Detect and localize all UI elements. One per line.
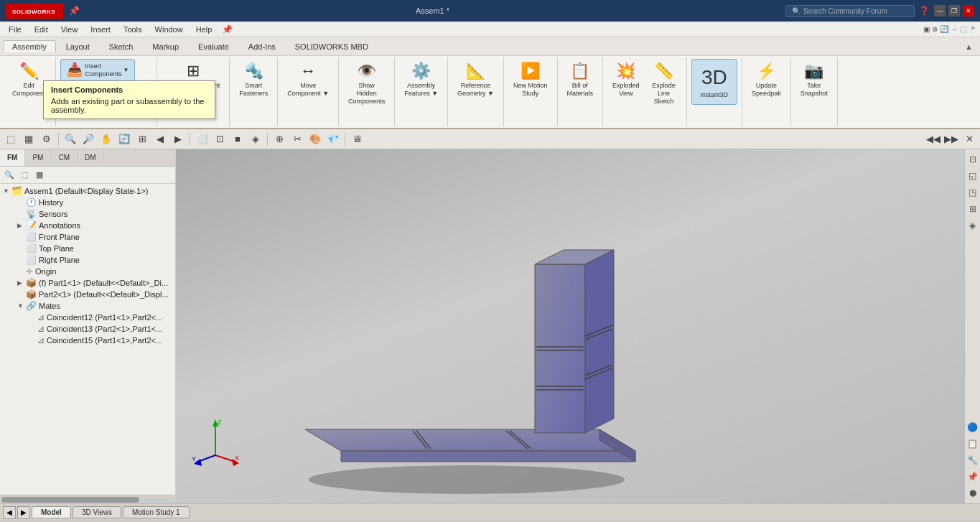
perspective-button[interactable]: ◈ [248,131,263,147]
tree-item-history[interactable]: 🕐 History [0,197,175,208]
color-button[interactable]: 🎨 [307,131,323,147]
tree-item-top-plane[interactable]: ⬜ Top Plane [0,243,175,254]
bill-of-materials-button[interactable]: 📋 Bill ofMaterials [562,59,599,101]
panel-search-button[interactable]: 🔍 [3,169,16,182]
pin-icon[interactable]: 📌 [69,6,80,16]
help-icon[interactable]: ❓ [919,6,930,16]
config-button[interactable]: ⚙ [39,131,55,147]
zoom-button[interactable]: 🔎 [80,131,96,147]
menu-window[interactable]: Window [149,24,189,35]
tree-item-coincident15[interactable]: ⊿ Coincident15 (Part1<1>,Part2<... [0,335,175,346]
collapse-ribbon-btn[interactable]: ▲ [965,42,973,51]
tab-markup[interactable]: Markup [143,40,188,52]
right-strip-btn-5[interactable]: ◈ [966,218,980,233]
tree-item-front-plane[interactable]: ⬜ Front Plane [0,231,175,243]
tab-addins[interactable]: Add-Ins [239,40,285,52]
show-hidden-components-button[interactable]: 👁️ ShowHiddenComponents [343,59,390,108]
tree-scrollbar[interactable] [0,495,175,503]
tree-item-mates[interactable]: ▼ 🔗 Mates [0,300,175,312]
pan-button[interactable]: ✋ [98,131,114,147]
take-snapshot-button[interactable]: 📷 TakeSnapshot [795,59,833,101]
restore-button[interactable]: ❐ [948,5,960,17]
tree-item-origin[interactable]: ✛ Origin [0,266,175,277]
panel-filter-button[interactable]: ⬚ [18,169,31,182]
tab-motion-study-1[interactable]: Motion Study 1 [123,506,190,518]
move-component-button[interactable]: ↔️ MoveComponent ▼ [282,59,334,101]
menu-file[interactable]: File [3,24,27,35]
search-input[interactable]: Search Community Forum [803,7,887,15]
right-strip-btn-2[interactable]: ◱ [966,169,980,183]
tree-item-sensors[interactable]: 📡 Sensors [0,208,175,220]
close-button[interactable]: ✕ [963,5,974,17]
update-speedpak-button[interactable]: ⚡ UpdateSpeedpak [747,59,786,101]
zoom-selection-button[interactable]: ⊞ [134,131,150,147]
hidden-lines-button[interactable]: ⊡ [212,131,228,147]
prev-view-button[interactable]: ◀ [152,131,168,147]
smart-fasteners-button[interactable]: 🔩 SmartFasteners [234,59,273,101]
monitor-button[interactable]: 🖥 [349,131,365,147]
panel-tab-feature-manager[interactable]: FM [0,149,25,166]
menu-insert[interactable]: Insert [85,24,116,35]
right-strip-btn-10[interactable]: ⬢ [966,486,980,500]
tab-solidworks-mbd[interactable]: SOLIDWORKS MBD [286,40,378,52]
tree-item-coincident12[interactable]: ⊿ Coincident12 (Part1<1>,Part2<... [0,312,175,323]
insert-components-button[interactable]: 📥 InsertComponents ▼ [60,59,136,82]
tree-item-part2[interactable]: 📦 Part2<1> (Default<<Default>_Displ... [0,289,175,300]
tree-item-annotations[interactable]: ▶ 📝 Annotations [0,220,175,231]
panel-tab-property[interactable]: PM [25,149,51,166]
feature-tree: ▼ 🗂️ Assem1 (Default<Display State-1>) 🕐… [0,184,175,495]
right-strip-btn-9[interactable]: 📌 [966,470,980,484]
expand-panel-right[interactable]: ▶▶ [943,131,959,147]
right-strip-btn-1[interactable]: ⊡ [966,152,980,167]
explode-line-sketch-button[interactable]: 📏 ExplodeLineSketch [646,59,682,108]
section-view-button[interactable]: ✂ [289,131,305,147]
viewport[interactable]: Z X Y ⊡ ◱ ◳ ⊞ ◈ 🔵 📋 🔧 📌 ⬢ [176,149,980,503]
tree-root[interactable]: ▼ 🗂️ Assem1 (Default<Display State-1>) [0,185,175,197]
tab-sketch[interactable]: Sketch [100,40,143,52]
quick-access-pin[interactable]: 📌 [222,24,233,34]
exploded-view-button[interactable]: 💥 ExplodedView [607,59,645,101]
panel-tab-display[interactable]: DM [78,149,104,166]
ribbon-group-explode: 💥 ExplodedView 📏 ExplodeLineSketch [603,57,687,126]
right-strip-btn-4[interactable]: ⊞ [966,202,980,216]
prev-tab-button[interactable]: ◀ [3,506,16,519]
tab-evaluate[interactable]: Evaluate [189,40,238,52]
reference-geometry-button[interactable]: 📐 ReferenceGeometry ▼ [452,59,499,101]
expand-panel-left[interactable]: ◀◀ [925,131,941,147]
appearance-button[interactable]: 💎 [325,131,341,147]
search-tool-button[interactable]: 🔍 [62,131,78,147]
next-view-button[interactable]: ▶ [170,131,186,147]
view-orient-button[interactable]: ⊕ [271,131,287,147]
next-tab-button[interactable]: ▶ [17,506,30,519]
menu-view[interactable]: View [55,24,84,35]
tree-item-part1[interactable]: ▶ 📦 (f) Part1<1> (Default<<Default>_Di..… [0,277,175,289]
minimize-button[interactable]: — [934,5,946,17]
close-view-button[interactable]: ✕ [961,131,977,147]
shaded-button[interactable]: ■ [230,131,246,147]
tab-layout[interactable]: Layout [57,40,99,52]
assembly-features-button[interactable]: ⚙️ AssemblyFeatures ▼ [399,59,443,101]
rotate-button[interactable]: 🔄 [116,131,132,147]
tab-assembly[interactable]: Assembly [3,40,56,52]
right-strip-btn-7[interactable]: 📋 [966,437,980,451]
instant3d-button[interactable]: 3D Instant3D [691,59,738,105]
tree-item-coincident13[interactable]: ⊿ Coincident13 (Part2<1>,Part1<... [0,323,175,335]
tab-3d-views[interactable]: 3D Views [73,506,121,518]
right-strip-btn-6[interactable]: 🔵 [966,420,980,434]
new-motion-study-button[interactable]: ▶️ New MotionStudy [508,59,553,101]
grid-view-button[interactable]: ▦ [21,131,37,147]
filter-button[interactable]: ⬚ [3,131,19,147]
right-strip-btn-8[interactable]: 🔧 [966,453,980,467]
panel-grid-button[interactable]: ▦ [33,169,46,182]
menu-tools[interactable]: Tools [118,24,148,35]
menu-help[interactable]: Help [190,24,218,35]
bill-of-materials-label: Bill ofMaterials [567,82,594,98]
panel-tab-config[interactable]: CM [51,149,78,166]
part2-icon: 📦 [26,289,37,299]
toolbar-divider-2 [190,133,190,146]
right-strip-btn-3[interactable]: ◳ [966,185,980,200]
display-mode-button[interactable]: ⬜ [194,131,210,147]
menu-edit[interactable]: Edit [29,24,54,35]
tree-item-right-plane[interactable]: ⬜ Right Plane [0,254,175,266]
tab-model[interactable]: Model [32,506,71,518]
